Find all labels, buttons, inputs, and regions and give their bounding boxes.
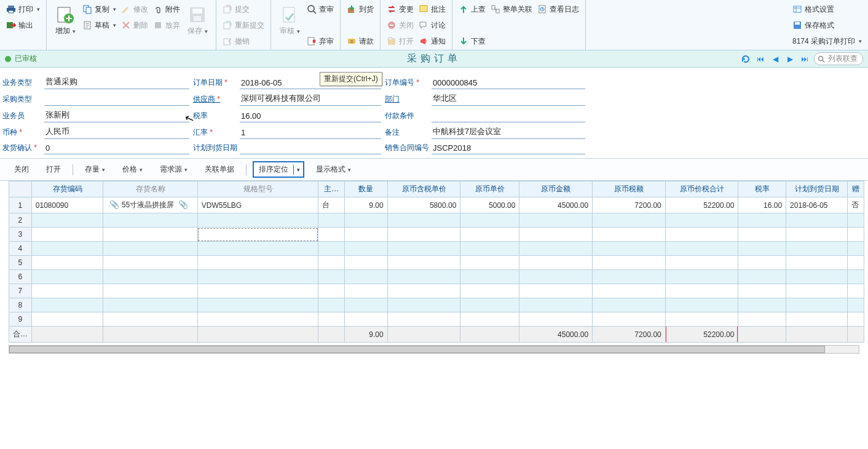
nav-prev-icon[interactable]: ◀: [770, 54, 781, 65]
cell-rownum[interactable]: 8: [9, 298, 32, 312]
field-salesman[interactable]: 张新刚: [44, 109, 189, 122]
grid-open-button[interactable]: 打开: [41, 162, 66, 177]
cell-rownum[interactable]: 1: [9, 197, 32, 213]
label-supplier[interactable]: 供应商: [193, 94, 236, 106]
field-shipconfirm[interactable]: 0: [44, 143, 189, 154]
col-spec[interactable]: 规格型号: [197, 181, 318, 197]
cell-rownum[interactable]: 2: [9, 213, 32, 228]
unapprove-button[interactable]: 弃审: [304, 34, 336, 48]
cell-taxprice[interactable]: 5800.00: [387, 197, 460, 213]
cell-rownum[interactable]: 3: [9, 228, 32, 242]
field-plandate[interactable]: [240, 143, 381, 154]
nav-last-icon[interactable]: ⏭: [799, 54, 810, 65]
horizontal-scrollbar[interactable]: [9, 345, 859, 354]
col-price[interactable]: 原币单价: [460, 181, 519, 197]
field-purchasetype[interactable]: [44, 95, 189, 106]
field-supplier[interactable]: 深圳可视科技有限公司: [240, 93, 381, 106]
chevron-down-icon[interactable]: ▾: [293, 165, 303, 175]
col-qty[interactable]: 数量: [345, 181, 388, 197]
viewlog-button[interactable]: 查看日志: [535, 2, 582, 16]
col-tax[interactable]: 原币税额: [593, 181, 666, 197]
grid-stock-button[interactable]: 存量▾: [79, 162, 111, 177]
cell-price[interactable]: 5000.00: [460, 197, 519, 213]
saveformat-button[interactable]: 保存格式: [790, 18, 864, 32]
field-dept[interactable]: 华北区: [432, 93, 585, 106]
cell-unit[interactable]: 台: [318, 197, 345, 213]
cell-name[interactable]: 📎 55寸液晶拼接屏 📎: [103, 197, 197, 213]
copy-button[interactable]: 复制▾: [80, 2, 119, 16]
cell-tax[interactable]: 7200.00: [593, 197, 666, 213]
col-name[interactable]: 存货名称: [103, 181, 197, 197]
col-code[interactable]: 存货编码: [31, 181, 103, 197]
field-taxrate[interactable]: 16.00: [240, 111, 381, 122]
modify-button[interactable]: 修改: [119, 2, 151, 16]
notify-button[interactable]: 通知: [416, 34, 448, 48]
add-button[interactable]: 增加▾: [50, 2, 80, 38]
discuss-button[interactable]: 讨论: [416, 18, 448, 32]
field-currency[interactable]: 人民币: [44, 126, 189, 139]
label-dept[interactable]: 部门: [385, 94, 428, 106]
cell-qty[interactable]: 9.00: [345, 197, 388, 213]
cell-rownum[interactable]: 5: [9, 256, 32, 270]
cell-rownum[interactable]: 4: [9, 242, 32, 256]
review-button[interactable]: 查审: [304, 2, 336, 16]
list-search[interactable]: 列表联查: [814, 52, 863, 65]
nav-next-icon[interactable]: ▶: [784, 54, 795, 65]
formatset-button[interactable]: 格式设置: [790, 2, 864, 16]
col-rownum[interactable]: [9, 181, 32, 197]
upcheck-button[interactable]: 上查: [456, 2, 488, 16]
printtpl-select[interactable]: 8174 采购订单打印▾: [790, 34, 864, 48]
annotate-button[interactable]: 批注: [416, 2, 448, 16]
cell-rownum[interactable]: 7: [9, 284, 32, 298]
refresh-icon[interactable]: [740, 54, 751, 65]
grid-close-button[interactable]: 关闭: [9, 162, 34, 177]
paperclip-icon[interactable]: 📎: [109, 200, 119, 209]
grid-price-button[interactable]: 价格▾: [117, 162, 148, 177]
grid-related-button[interactable]: 关联单据: [199, 162, 240, 177]
col-flag[interactable]: 赠: [848, 181, 864, 197]
cell-code[interactable]: 01080090: [31, 197, 103, 213]
arrival-button[interactable]: 到货: [344, 2, 376, 16]
col-plandate[interactable]: 计划到货日期: [786, 181, 848, 197]
nav-first-icon[interactable]: ⏮: [755, 54, 766, 65]
print-button[interactable]: 打印▾: [4, 2, 42, 16]
col-taxprice[interactable]: 原币含税单价: [387, 181, 460, 197]
grid-display-button[interactable]: 显示格式▾: [310, 162, 357, 177]
col-rate[interactable]: 税率: [738, 181, 786, 197]
field-exrate[interactable]: 1: [240, 128, 381, 139]
downcheck-button[interactable]: 下查: [456, 34, 488, 48]
col-total[interactable]: 原币价税合计: [665, 181, 738, 197]
open-button[interactable]: 打开: [384, 34, 416, 48]
paperclip-icon[interactable]: 📎: [178, 200, 188, 209]
cell-rownum[interactable]: 6: [9, 270, 32, 284]
cell-total[interactable]: 52200.00: [665, 197, 738, 213]
field-remark[interactable]: 中航科技7层会议室: [432, 126, 585, 139]
cell-spec[interactable]: VDW55LBG: [197, 197, 318, 213]
change-button[interactable]: 变更: [384, 2, 416, 16]
approve-button[interactable]: 审核▾: [275, 2, 304, 38]
cell-amount[interactable]: 45000.00: [519, 197, 593, 213]
field-orderno[interactable]: 0000000845: [432, 78, 585, 89]
delete-button[interactable]: 删除: [119, 18, 151, 32]
field-payterm[interactable]: [432, 111, 585, 122]
cell-plandate[interactable]: 2018-06-05: [786, 197, 848, 213]
field-biztype[interactable]: 普通采购: [44, 76, 189, 89]
grid-sort-button[interactable]: 排序定位 ▾: [253, 161, 304, 178]
request-button[interactable]: $ 请款: [344, 34, 376, 48]
cell-rownum[interactable]: 9: [9, 312, 32, 327]
cell-flag[interactable]: 否: [848, 197, 864, 213]
draft-button[interactable]: 草稿▾: [80, 18, 119, 32]
grid-demand-button[interactable]: 需求源▾: [154, 162, 193, 177]
col-unit[interactable]: 主…: [318, 181, 345, 197]
unsubmit-button[interactable]: 撤销: [220, 34, 267, 48]
close-button[interactable]: 关闭: [384, 18, 416, 32]
submit-button[interactable]: 提交: [220, 2, 267, 16]
wholelink-button[interactable]: 整单关联: [488, 2, 535, 16]
attachment-button[interactable]: 附件: [151, 2, 183, 16]
field-contractno[interactable]: JSCP2018: [432, 143, 585, 154]
col-amount[interactable]: 原币金额: [519, 181, 593, 197]
save-button[interactable]: 保存▾: [183, 2, 212, 38]
cell-rate[interactable]: 16.00: [738, 197, 786, 213]
output-button[interactable]: 输出: [4, 18, 42, 32]
resubmit-button[interactable]: 重新提交: [220, 18, 267, 32]
